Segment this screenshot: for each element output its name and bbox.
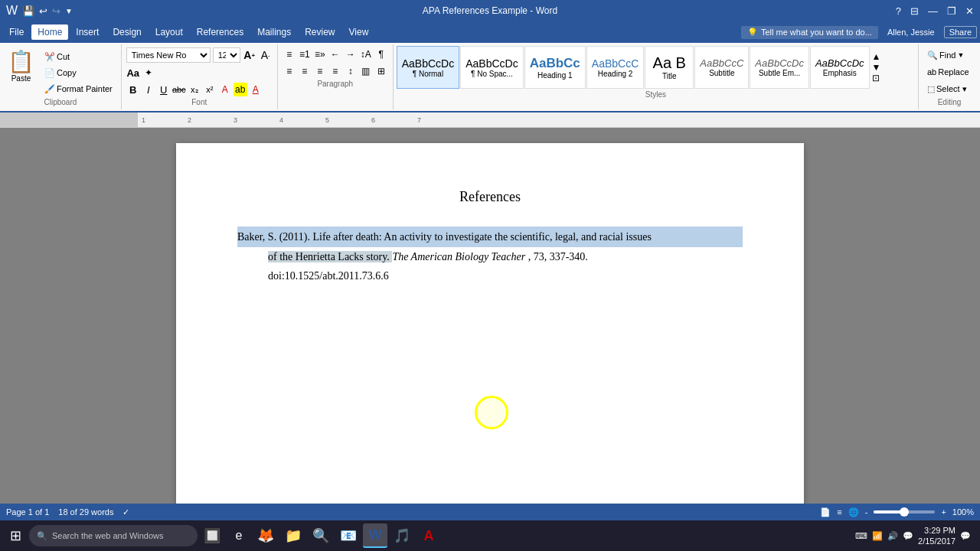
volume-icon[interactable]: 🔊 [887,531,898,541]
explorer-btn[interactable]: 📁 [280,523,306,548]
acrobat-btn[interactable]: A [416,523,441,548]
highlight-btn[interactable]: ab [234,83,247,96]
font-color-btn[interactable]: A [249,83,263,96]
mail-btn[interactable]: 📧 [335,523,361,548]
dedent-btn[interactable]: ← [328,47,342,61]
style-no-spacing[interactable]: AaBbCcDc ¶ No Spac... [460,46,523,89]
minimize-btn[interactable]: — [928,5,938,17]
styles-more[interactable]: ⊡ [872,73,881,83]
menu-references[interactable]: References [191,24,250,40]
menu-home[interactable]: Home [31,24,68,40]
menu-layout[interactable]: Layout [149,24,189,40]
format-painter-label: Format Painter [57,84,113,93]
paste-button[interactable]: 📋 Paste [5,47,38,84]
menu-design[interactable]: Design [106,24,147,40]
zoom-slider[interactable] [874,510,935,514]
font-family-select[interactable]: Times New Ro [126,47,211,63]
menu-view[interactable]: View [343,24,375,40]
styles-scroll-down[interactable]: ▼ [872,62,881,73]
proofing-icon[interactable]: ✓ [122,507,129,517]
style-normal[interactable]: AaBbCcDc ¶ Normal [397,46,459,89]
show-marks-btn[interactable]: ¶ [374,47,388,61]
select-icon: ⬚ [927,84,935,94]
copy-button[interactable]: 📄 Copy [41,65,116,80]
strikethrough-btn[interactable]: abc [172,83,186,96]
shading-btn[interactable]: ▥ [359,64,373,78]
menu-file[interactable]: File [3,24,30,40]
menu-bar: File Home Insert Design Layout Reference… [0,21,980,43]
menu-review[interactable]: Review [299,24,341,40]
ribbon: 📋 Paste ✂️ Cut 📄 Copy 🖌️ Format Painter … [0,43,980,112]
menu-mailings[interactable]: Mailings [251,24,297,40]
style-subtitle[interactable]: AaBbCcC Subtitle [694,46,749,89]
taskbar-search[interactable]: 🔍 Search the web and Windows [29,525,198,546]
task-view-btn[interactable]: 🔲 [199,523,225,548]
customize-qa[interactable]: ▼ [65,7,73,15]
align-center-btn[interactable]: ≡ [298,64,312,78]
style-heading2[interactable]: AaBbCcC Heading 2 [586,46,644,89]
help-icon[interactable]: ? [896,5,901,17]
paragraph-group: ≡ ≡1 ≡» ← → ↕A ¶ ≡ ≡ ≡ ≡ ↕ ▥ ⊞ Paragraph [278,44,394,109]
restore-btn[interactable]: ❐ [947,5,956,17]
line-spacing-btn[interactable]: ↕ [344,64,358,78]
clear-format-btn[interactable]: ✦ [142,66,155,80]
notification-btn[interactable]: 💬 [960,531,971,541]
font-shrink-btn[interactable]: A- [259,48,273,62]
zoom-in-btn[interactable]: + [941,507,946,517]
italic-btn[interactable]: I [142,83,155,96]
multilevel-btn[interactable]: ≡» [313,47,327,61]
bullets-btn[interactable]: ≡ [283,47,296,61]
superscript-btn[interactable]: x² [203,83,217,96]
find-button[interactable]: 🔍 Find ▼ [923,47,973,63]
web-view-btn[interactable]: 🌐 [848,507,859,517]
keyboard-icon[interactable]: ⌨ [855,531,867,541]
close-btn[interactable]: ✕ [965,5,974,17]
text-effects-btn[interactable]: A [218,83,232,96]
underline-btn[interactable]: U [157,83,171,96]
change-case-btn[interactable]: Aa [126,66,140,80]
network-icon[interactable]: 📶 [872,531,883,541]
share-btn[interactable]: Share [944,26,977,38]
align-right-btn[interactable]: ≡ [313,64,327,78]
quick-save[interactable]: 💾 [22,5,34,17]
redo-btn[interactable]: ↪ [52,5,60,17]
indent-btn[interactable]: → [344,47,358,61]
subscript-btn[interactable]: x₂ [188,83,201,96]
cut-button[interactable]: ✂️ Cut [41,49,116,64]
tell-me-box[interactable]: 💡 Tell me what you want to do... [741,26,878,39]
read-view-btn[interactable]: 📄 [820,507,831,517]
ie-btn[interactable]: e [227,523,251,548]
sort-btn[interactable]: ↕A [359,47,373,61]
find-label: Find [939,51,956,60]
format-painter-button[interactable]: 🖌️ Format Painter [41,81,116,96]
media-btn[interactable]: 🎵 [389,523,415,548]
justify-btn[interactable]: ≡ [328,64,342,78]
replace-button[interactable]: ab Replace [923,64,973,80]
font-size-select[interactable]: 12 [213,47,240,63]
ribbon-toggle[interactable]: ⊟ [910,5,919,17]
browser-btn[interactable]: 🦊 [253,523,279,548]
print-view-btn[interactable]: ≡ [837,507,841,517]
menu-insert[interactable]: Insert [70,24,105,40]
styles-scroll-up[interactable]: ▲ [872,51,881,62]
undo-btn[interactable]: ↩ [39,5,47,17]
zoom-out-btn[interactable]: - [865,507,868,517]
clock-icon[interactable]: 💬 [903,531,913,541]
font-grow-btn[interactable]: A+ [243,48,256,62]
style-title[interactable]: Aa B Title [645,46,694,89]
start-button[interactable]: ⊞ [3,523,28,548]
select-button[interactable]: ⬚ Select ▾ [923,81,973,96]
word-taskbar-btn[interactable]: W [363,523,387,548]
borders-btn[interactable]: ⊞ [374,64,388,78]
tell-me-text[interactable]: Tell me what you want to do... [761,28,872,37]
style-heading1[interactable]: AaBbCc Heading 1 [524,46,586,89]
document-area[interactable]: References Baker, S. (2011). Life after … [0,128,980,510]
styles-group-label: Styles [397,90,915,100]
search-app-btn[interactable]: 🔍 [308,523,334,548]
title-bar-left: W 💾 ↩ ↪ ▼ [6,4,73,18]
style-emphasis[interactable]: AaBbCcDc Emphasis [810,46,870,89]
align-left-btn[interactable]: ≡ [283,64,296,78]
numbered-btn[interactable]: ≡1 [298,47,312,61]
style-subtle-emphasis[interactable]: AaBbCcDc Subtle Em... [750,46,809,89]
bold-btn[interactable]: B [126,83,140,96]
